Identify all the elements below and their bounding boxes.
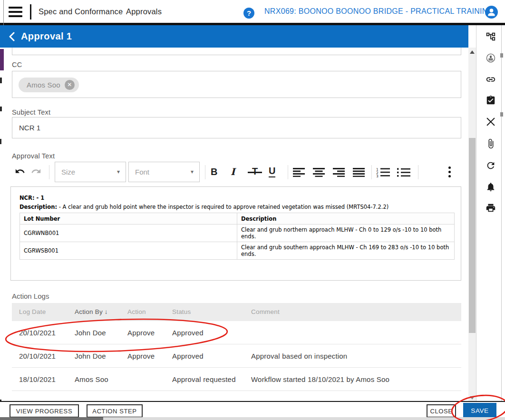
top-header: Spec and Conformance Approvals ? NRX069:… [0,0,505,23]
chevron-left-icon [8,32,17,41]
action-log-row[interactable]: 20/10/2021 John Doe Approve Approved [12,321,461,344]
justify-button[interactable] [353,167,365,177]
ordered-list-icon: 1 2 3 [376,167,390,177]
sidebar-notifications-button[interactable] [486,182,497,193]
sidebar-workflow-button[interactable] [486,31,497,43]
approval-stamp-icon [486,53,496,63]
toolbar-divider [418,165,418,179]
cc-chip-label: Amos Soo [27,81,60,89]
description-cell: Clear and grub northern approach MLHW - … [237,225,455,242]
action-step-button[interactable]: ACTION STEP [87,404,143,418]
status-cell: Approved [172,344,204,368]
align-right-button[interactable] [333,167,345,177]
help-icon[interactable]: ? [243,8,254,19]
attachment-paperclip-icon [486,138,496,149]
sidebar-tasks-button[interactable] [486,95,497,107]
sidebar-close-button[interactable] [486,117,497,128]
action-log-row[interactable]: 18/10/2021 Amos Soo Approval requested W… [12,368,461,391]
link-icon [486,74,496,85]
notifications-bell-icon [486,182,496,192]
back-button[interactable] [8,32,17,41]
sidebar-attachment-button[interactable] [486,138,497,150]
cc-field[interactable]: Amos Soo ✕ [12,71,461,98]
save-button[interactable]: SAVE [463,403,496,418]
undo-icon [14,166,26,176]
align-right-icon [333,167,345,177]
vertical-scrollbar-thumb[interactable] [469,138,476,333]
justify-icon [353,167,365,177]
comment-cell: Approval based on inspection [251,344,347,368]
sidebar-print-button[interactable] [486,203,497,214]
sort-desc-icon: ↓ [105,308,108,315]
align-left-button[interactable] [293,167,305,177]
redo-button[interactable] [30,166,42,176]
lot-number-header: Lot Number [20,213,237,225]
description-line: Description: - A clear and grub hold poi… [19,204,455,210]
col-action-by[interactable]: Action By ↓ [75,303,108,321]
scroll-up-icon[interactable] [470,50,475,54]
lot-number-cell: CGRWNB001 [20,225,237,242]
toolbar-divider [205,165,205,179]
ordered-list-button[interactable]: 1 2 3 [376,167,390,177]
align-center-button[interactable] [313,167,325,177]
lot-number-cell: CGRWSB001 [20,242,237,260]
bold-button[interactable]: B [211,166,217,177]
action-log-row[interactable]: 20/10/2021 John Doe Approve Approved App… [12,344,461,368]
approval-text-editor[interactable]: NCR: - 1 Description: - A clear and grub… [10,186,461,281]
svg-text:3: 3 [376,174,379,177]
col-action-by-label: Action By [75,308,103,315]
page-bar: Approval 1 [0,25,468,48]
chevron-down-icon: ▾ [191,162,194,182]
account-icon[interactable] [485,6,498,19]
lot-table-header-row: Lot Number Description [20,213,455,225]
approval-window: Spec and Conformance Approvals ? NRX069:… [0,0,505,420]
left-edge-artifact [0,78,2,83]
underline-button[interactable]: U [269,166,275,177]
col-action[interactable]: Action [127,303,146,321]
table-row: CGRWSB001 Clear and grub southern approa… [20,242,455,260]
action-cell: Approve [127,344,155,368]
toolbar-divider [371,165,372,179]
breadcrumb-approvals[interactable]: Approvals [126,0,162,23]
edge-artifact [500,112,503,117]
chip-remove-icon[interactable]: ✕ [65,80,75,90]
hamburger-menu-icon[interactable] [9,7,22,17]
person-icon [485,6,498,19]
left-edge-line [3,0,4,25]
col-log-date[interactable]: Log Date [19,303,46,321]
log-date-cell: 20/10/2021 [19,321,56,344]
toolbar-divider [288,165,288,179]
right-icon-sidebar [476,25,505,401]
sidebar-link-button[interactable] [486,74,497,86]
ncr-line: NCR: - 1 [19,195,44,201]
col-comment[interactable]: Comment [251,303,280,321]
col-status[interactable]: Status [172,303,191,321]
close-button[interactable]: CLOSE [427,404,456,418]
background-window-artifact [0,49,4,70]
cc-chip: Amos Soo ✕ [19,78,79,92]
font-family-dropdown[interactable]: Font ▾ [128,162,200,182]
horizontal-scrollbar-thumb[interactable] [0,417,103,420]
window-edge [501,25,502,401]
align-left-icon [293,167,305,177]
more-options-button[interactable] [448,166,451,177]
undo-button[interactable] [14,166,26,176]
scroll-down-icon[interactable] [470,396,475,400]
chevron-down-icon: ▾ [117,162,120,182]
action-by-cell: Amos Soo [75,368,108,391]
font-size-dropdown[interactable]: Size ▾ [55,162,126,182]
log-date-cell: 18/10/2021 [19,368,56,391]
sidebar-approval-stamp-button[interactable] [486,53,497,64]
sidebar-refresh-button[interactable] [486,160,497,172]
strikethrough-button[interactable]: T [248,166,262,177]
action-by-cell: John Doe [75,344,106,368]
bullet-list-button[interactable] [397,167,411,177]
view-progress-button[interactable]: VIEW PROGRESS [10,404,79,418]
left-edge-artifact [0,107,2,111]
bullet-list-icon [397,167,411,177]
edge-artifact [500,53,503,58]
refresh-icon [486,160,496,171]
italic-button[interactable]: I [231,166,235,177]
subject-input[interactable] [19,117,447,138]
workflow-icon [486,31,496,42]
